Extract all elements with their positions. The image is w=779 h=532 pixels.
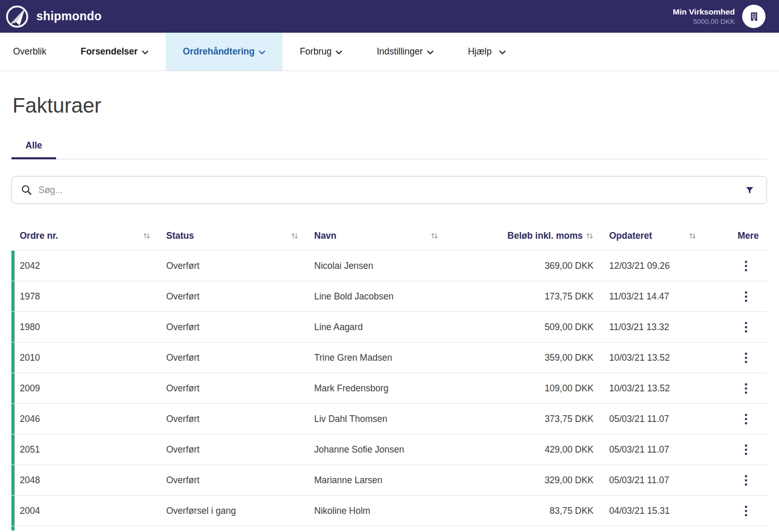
nav-item-label: Indstillinger xyxy=(377,46,423,57)
account-balance: 5000,00 DKK xyxy=(673,17,735,26)
sort-icon[interactable] xyxy=(431,232,438,240)
cell-ordre-nr: 2046 xyxy=(11,414,158,425)
column-header-opdateret[interactable]: Opdateret xyxy=(595,230,704,241)
nav-item-ordrehandtering[interactable]: Ordrehåndtering xyxy=(166,33,283,71)
page-title: Fakturaer xyxy=(12,94,767,117)
column-header-belob[interactable]: Beløb inkl. moms xyxy=(446,230,595,241)
sort-icon[interactable] xyxy=(291,232,299,240)
account-avatar-button[interactable] xyxy=(742,5,765,28)
nav-item-indstillinger[interactable]: Indstillinger xyxy=(359,33,451,71)
nav-item-label: Ordrehåndtering xyxy=(183,46,254,57)
search-input[interactable] xyxy=(38,185,736,196)
nav-item-hjaelp[interactable]: Hjælp xyxy=(451,33,523,71)
table-row[interactable]: 1980 Overført Line Aagard 509,00 DKK 11/… xyxy=(11,311,767,342)
cell-opdateret: 11/03/21 13.32 xyxy=(595,322,704,333)
search-bar xyxy=(11,176,767,204)
row-more-button[interactable] xyxy=(741,289,751,304)
table-row-partial xyxy=(11,526,767,530)
cell-ordre-nr: 1980 xyxy=(11,322,158,333)
cell-status: Overført xyxy=(158,475,306,486)
row-more-button[interactable] xyxy=(741,503,751,519)
cell-ordre-nr: 2009 xyxy=(11,383,158,394)
cell-navn: Mark Fredensborg xyxy=(306,383,446,394)
column-header-mere: Mere xyxy=(704,230,767,241)
cell-opdateret: 05/03/21 11.07 xyxy=(595,475,704,486)
table-header-row: Ordre nr. Status Navn Beløb inkl. moms O… xyxy=(11,222,767,250)
cell-opdateret: 11/03/21 14.47 xyxy=(595,291,704,302)
column-header-label: Beløb inkl. moms xyxy=(507,230,583,241)
sort-icon[interactable] xyxy=(689,232,696,240)
sort-icon[interactable] xyxy=(143,232,151,240)
cell-belob: 173,75 DKK xyxy=(446,291,595,302)
cell-navn: Nikoline Holm xyxy=(306,506,446,516)
chevron-down-icon xyxy=(499,50,506,54)
brand-name: shipmondo xyxy=(36,9,102,23)
search-icon xyxy=(21,185,32,195)
row-more-button[interactable] xyxy=(741,381,751,396)
table-row[interactable]: 2004 Overførsel i gang Nikoline Holm 83,… xyxy=(11,495,767,526)
row-more-button[interactable] xyxy=(741,258,751,274)
cell-ordre-nr: 2042 xyxy=(11,261,158,271)
cell-navn: Nicolai Jensen xyxy=(306,261,446,271)
cell-actions xyxy=(704,258,767,274)
sort-icon[interactable] xyxy=(586,232,594,240)
column-header-label: Navn xyxy=(314,230,337,241)
tab-bar: Alle xyxy=(11,136,767,159)
tab-alle[interactable]: Alle xyxy=(11,136,56,159)
table-body: 2042 Overført Nicolai Jensen 369,00 DKK … xyxy=(11,250,767,526)
cell-belob: 369,00 DKK xyxy=(446,261,595,271)
kebab-menu-icon xyxy=(745,414,747,425)
kebab-menu-icon xyxy=(745,475,747,486)
table-row[interactable]: 2048 Overført Marianne Larsen 329,00 DKK… xyxy=(11,465,767,495)
cell-belob: 329,00 DKK xyxy=(446,475,595,486)
nav-item-forsendelser[interactable]: Forsendelser xyxy=(63,33,166,71)
cell-opdateret: 05/03/21 11.07 xyxy=(595,444,704,455)
cell-navn: Marianne Larsen xyxy=(306,475,446,486)
filter-button[interactable] xyxy=(743,184,756,197)
table-row[interactable]: 2046 Overført Liv Dahl Thomsen 373,75 DK… xyxy=(11,403,767,434)
cell-opdateret: 10/03/21 13.52 xyxy=(595,383,704,394)
row-more-button[interactable] xyxy=(741,412,751,427)
account-info: Min Virksomhed 5000,00 DKK xyxy=(673,7,735,26)
cell-belob: 509,00 DKK xyxy=(446,322,595,333)
nav-item-overblik[interactable]: Overblik xyxy=(0,33,63,71)
nav-item-forbrug[interactable]: Forbrug xyxy=(283,33,359,71)
cell-ordre-nr: 2048 xyxy=(11,475,158,486)
table-row[interactable]: 1978 Overført Line Bold Jacobsen 173,75 … xyxy=(11,281,767,311)
kebab-menu-icon xyxy=(745,261,747,271)
column-header-ordre-nr[interactable]: Ordre nr. xyxy=(11,230,158,241)
table-row[interactable]: 2009 Overført Mark Fredensborg 109,00 DK… xyxy=(11,373,767,403)
cell-ordre-nr: 1978 xyxy=(11,291,158,302)
table-row[interactable]: 2010 Overført Trine Gren Madsen 359,00 D… xyxy=(11,342,767,373)
cell-status: Overført xyxy=(158,352,306,363)
row-more-button[interactable] xyxy=(741,442,751,457)
cell-actions xyxy=(704,320,767,335)
column-header-navn[interactable]: Navn xyxy=(306,230,446,241)
row-more-button[interactable] xyxy=(741,320,751,335)
table-row[interactable]: 2051 Overført Johanne Sofie Jonsen 429,0… xyxy=(11,434,767,465)
cell-actions xyxy=(704,473,767,488)
cell-actions xyxy=(704,350,767,365)
column-header-status[interactable]: Status xyxy=(158,230,306,241)
cell-opdateret: 05/03/21 11.07 xyxy=(595,414,704,425)
cell-actions xyxy=(704,503,767,519)
cell-ordre-nr: 2051 xyxy=(11,444,158,455)
kebab-menu-icon xyxy=(745,322,747,333)
cell-navn: Line Aagard xyxy=(306,322,446,333)
table-row[interactable]: 2042 Overført Nicolai Jensen 369,00 DKK … xyxy=(11,250,767,281)
cell-belob: 359,00 DKK xyxy=(446,352,595,363)
chevron-down-icon xyxy=(427,50,434,54)
cell-status: Overført xyxy=(158,291,306,302)
brand-logo-link[interactable]: shipmondo xyxy=(5,5,102,29)
cell-status: Overført xyxy=(158,322,306,333)
cell-belob: 373,75 DKK xyxy=(446,414,595,425)
row-more-button[interactable] xyxy=(741,350,751,365)
filter-funnel-icon xyxy=(745,186,754,195)
row-more-button[interactable] xyxy=(741,473,751,488)
cell-actions xyxy=(704,442,767,457)
cell-belob: 109,00 DKK xyxy=(446,383,595,394)
topbar: shipmondo Min Virksomhed 5000,00 DKK xyxy=(0,0,779,33)
account-name: Min Virksomhed xyxy=(673,7,735,17)
column-header-label: Mere xyxy=(737,230,759,241)
column-header-label: Opdateret xyxy=(609,230,652,241)
